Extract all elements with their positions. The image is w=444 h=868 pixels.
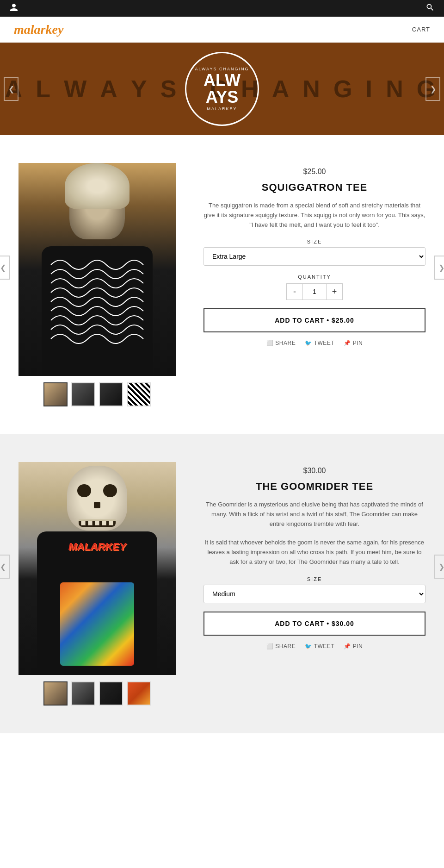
product1-price: $25.00 xyxy=(204,168,426,176)
product2-next-arrow[interactable]: ❯ xyxy=(434,555,444,579)
product2-thumb-3-img xyxy=(100,682,122,705)
product-squiggatron-section: ❮ xyxy=(0,135,444,434)
product2-size-select[interactable]: Medium Small Large Extra Large xyxy=(204,585,426,603)
tweet2-icon: 🐦 xyxy=(305,643,312,649)
product1-thumb-1[interactable] xyxy=(43,382,68,406)
product1-next-arrow[interactable]: ❯ xyxy=(434,256,444,280)
product2-thumbnails xyxy=(18,681,176,706)
product2-thumb-2[interactable] xyxy=(71,681,95,706)
product1-thumb-2[interactable] xyxy=(71,382,95,406)
hero-circle: ALWAYS CHANGING ALW AYS MALARKEY xyxy=(185,52,259,126)
skull-art: MALARKEY xyxy=(18,462,176,675)
product2-thumb-2-img xyxy=(72,682,94,705)
product1-thumbnails xyxy=(18,382,176,406)
product1-quantity-control: - 1 + xyxy=(204,283,426,300)
product1-share-button[interactable]: ⬜ SHARE xyxy=(266,340,296,346)
product2-description2: It is said that whoever beholds the goom… xyxy=(204,538,426,567)
product1-qty-minus[interactable]: - xyxy=(286,283,303,300)
nose xyxy=(94,502,100,508)
pin2-icon: 📌 xyxy=(344,643,351,649)
product1-qty-value: 1 xyxy=(303,283,326,300)
hero-ays: AYS xyxy=(195,89,249,106)
share-icon: ⬜ xyxy=(266,340,274,346)
pin-icon: 📌 xyxy=(344,340,351,346)
shirt-brand-text: MALARKEY xyxy=(68,541,126,553)
tweet-icon: 🐦 xyxy=(305,340,312,346)
shirt xyxy=(42,246,153,376)
right-eye-socket xyxy=(103,484,117,497)
main-nav: malarkey CART xyxy=(0,17,444,43)
product2-share-label: SHARE xyxy=(275,643,296,649)
product2-share-button[interactable]: ⬜ SHARE xyxy=(266,643,296,649)
product1-share-label: SHARE xyxy=(275,340,296,346)
product2-pin-button[interactable]: 📌 PIN xyxy=(344,643,363,649)
teeth xyxy=(79,519,116,527)
product1-thumb-4[interactable] xyxy=(127,382,151,406)
product1-thumb-1-img xyxy=(44,383,67,406)
product2-image-area: MALARKEY xyxy=(18,462,176,706)
alien-hat xyxy=(65,163,130,209)
share2-icon: ⬜ xyxy=(266,643,274,649)
product1-tweet-button[interactable]: 🐦 TWEET xyxy=(305,340,334,346)
product2-thumb-4[interactable] xyxy=(127,681,151,706)
search-icon[interactable] xyxy=(426,3,435,14)
product-goomrider-section: ❮ xyxy=(0,434,444,733)
product1-social-share: ⬜ SHARE 🐦 TWEET 📌 PIN xyxy=(204,340,426,346)
shirt-waves-svg xyxy=(42,251,153,362)
left-eye-socket xyxy=(77,484,91,497)
product1-qty-plus[interactable]: + xyxy=(326,283,343,300)
product2-info: $30.00 THE GOOMRIDER TEE The Goomrider i… xyxy=(204,462,426,649)
product2-tweet-label: TWEET xyxy=(314,643,335,649)
product1-add-to-cart-button[interactable]: ADD TO CART • $25.00 xyxy=(204,308,426,332)
product-goomrider-layout: ❮ xyxy=(18,462,426,706)
hero-next-arrow[interactable]: ❯ xyxy=(426,77,440,101)
product1-size-select[interactable]: Extra Large Small Medium Large xyxy=(204,247,426,266)
site-logo[interactable]: malarkey xyxy=(14,22,63,37)
product2-price: $30.00 xyxy=(204,467,426,475)
hero-banner: A L W A Y S C H A N G I N G ❮ ALWAYS CHA… xyxy=(0,43,444,135)
product1-title: SQUIGGATRON TEE xyxy=(204,181,426,194)
product2-pin-label: PIN xyxy=(353,643,363,649)
product2-size-label: SIZE xyxy=(204,576,426,582)
product1-description: The squiggatron is made from a special b… xyxy=(204,201,426,230)
product2-add-to-cart-button[interactable]: ADD TO CART • $30.00 xyxy=(204,612,426,636)
product2-thumb-1[interactable] xyxy=(43,681,68,706)
skull-head xyxy=(67,466,127,531)
product1-tweet-label: TWEET xyxy=(314,340,335,346)
product1-thumb-4-img xyxy=(128,383,150,406)
shirt-graphic xyxy=(60,582,134,666)
product1-thumb-2-img xyxy=(72,383,94,406)
product2-title: THE GOOMRIDER TEE xyxy=(204,481,426,493)
hero-circle-text: ALWAYS CHANGING ALW AYS MALARKEY xyxy=(195,67,249,111)
top-bar xyxy=(0,0,444,17)
product1-thumb-3-img xyxy=(100,383,122,406)
product2-main-image: MALARKEY xyxy=(18,462,176,675)
product1-size-label: SIZE xyxy=(204,239,426,244)
product2-tweet-button[interactable]: 🐦 TWEET xyxy=(305,643,334,649)
product1-prev-arrow[interactable]: ❮ xyxy=(0,256,10,280)
product1-pin-label: PIN xyxy=(353,340,363,346)
hero-malarkey-label: MALARKEY xyxy=(195,106,249,111)
hero-alw: ALW xyxy=(195,72,249,89)
product2-thumb-4-img xyxy=(128,682,150,705)
cart-link[interactable]: CART xyxy=(412,26,430,33)
product2-thumb-1-img xyxy=(44,682,67,705)
product-squiggatron-layout: ❮ xyxy=(18,163,426,406)
product1-main-image xyxy=(18,163,176,376)
product1-pin-button[interactable]: 📌 PIN xyxy=(344,340,363,346)
product1-image-area xyxy=(18,163,176,406)
product2-thumb-3[interactable] xyxy=(99,681,123,706)
product2-social-share: ⬜ SHARE 🐦 TWEET 📌 PIN xyxy=(204,643,426,649)
product1-thumb-3[interactable] xyxy=(99,382,123,406)
user-icon[interactable] xyxy=(9,3,18,14)
product1-info: $25.00 SQUIGGATRON TEE The squiggatron i… xyxy=(204,163,426,346)
product2-description1: The Goomrider is a mysterious and elusiv… xyxy=(204,500,426,529)
goom-shirt: MALARKEY xyxy=(37,531,157,675)
product1-quantity-label: QUANTITY xyxy=(204,274,426,280)
hero-prev-arrow[interactable]: ❮ xyxy=(4,77,18,101)
product2-prev-arrow[interactable]: ❮ xyxy=(0,555,10,579)
squig-art xyxy=(18,163,176,376)
